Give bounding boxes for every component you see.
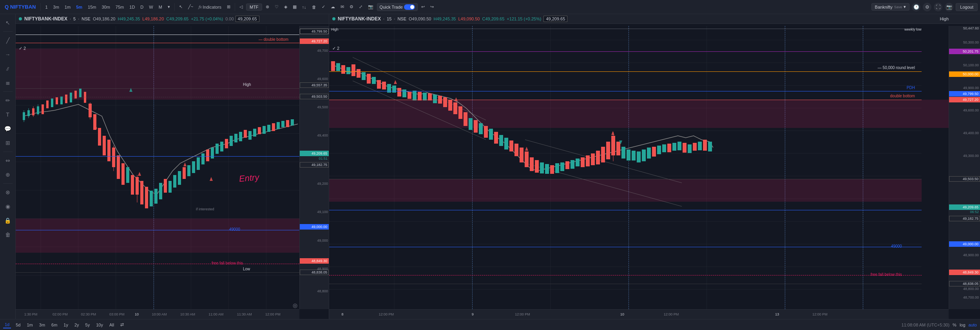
icon1[interactable]: ⊗: [264, 4, 271, 10]
p49503-box-2: 49,503.50: [949, 176, 980, 182]
chart-area-2[interactable]: weekly low High — 50,000 round level PDH…: [329, 26, 980, 309]
icon10[interactable]: ⚙: [348, 4, 355, 10]
layout-btn[interactable]: ⊞: [225, 4, 232, 10]
tf-d[interactable]: D: [138, 4, 145, 10]
mtf-btn[interactable]: MTF: [246, 4, 262, 11]
chart-area-1[interactable]: — double bottom High Low Entry if intere…: [16, 26, 329, 309]
clock-icon[interactable]: 🕐: [912, 3, 920, 11]
tf-75m[interactable]: 75m: [114, 4, 126, 10]
tf-more[interactable]: ▾: [166, 4, 172, 10]
time-10: 10: [135, 312, 139, 316]
tf-1m[interactable]: 1m: [63, 4, 72, 10]
compass-icon-1[interactable]: ◎: [293, 302, 297, 308]
fib-retracement-icon[interactable]: ≣: [2, 77, 14, 89]
icon12[interactable]: 📷: [366, 4, 375, 10]
svg-rect-25: [46, 100, 49, 108]
price-axis-1: 49,799.50 49,727.20 49,557.35 49,503.50 …: [299, 26, 329, 309]
trend-tool[interactable]: ╱~: [186, 4, 195, 10]
period-1d[interactable]: 1d: [3, 321, 11, 328]
chart-exchange-1: ·: [78, 16, 79, 21]
brush-icon[interactable]: ✏: [2, 94, 14, 107]
double-bottom-box-1: 49,727.20: [300, 38, 329, 44]
quick-trade-widget[interactable]: Quick Trade: [377, 3, 418, 11]
period-2y[interactable]: 2y: [73, 322, 81, 328]
magnet-icon[interactable]: ⊗: [2, 186, 14, 199]
period-5d[interactable]: 5d: [14, 322, 22, 328]
prev-btn[interactable]: ◁: [237, 4, 245, 10]
tf-1d[interactable]: 1D: [127, 4, 137, 10]
tf-w[interactable]: W: [147, 4, 155, 10]
p49400-box: 49,400.00: [949, 131, 980, 135]
svg-rect-154: [560, 162, 564, 171]
horizontal-ray-icon[interactable]: →: [2, 48, 14, 61]
icon11[interactable]: ⤢: [357, 4, 364, 10]
cursor-icon[interactable]: ↖: [2, 16, 14, 29]
p49600-box: 49,600.00: [949, 108, 980, 113]
cursor-tool[interactable]: ↖: [177, 4, 185, 10]
icon2[interactable]: ♡: [273, 4, 281, 10]
delete-drawings-icon[interactable]: 🗑: [2, 228, 14, 241]
ohlc-l-2: L49,090.50: [458, 16, 480, 21]
ohlc-change-2: +121.15 (+0.25%): [507, 16, 541, 21]
svg-rect-159: [586, 155, 590, 166]
callout-icon[interactable]: 💬: [2, 122, 14, 135]
sidebar-sep4: [3, 183, 13, 184]
pdh-line-1: [16, 35, 299, 35]
log-label[interactable]: log: [960, 323, 966, 327]
lock-drawings-icon[interactable]: 🔒: [2, 214, 14, 227]
low-box-2: 48,838.05: [949, 281, 980, 286]
chevron-down-icon[interactable]: ▾: [904, 4, 906, 9]
svg-rect-18: [27, 110, 30, 116]
svg-rect-147: [525, 151, 529, 167]
compare-icon[interactable]: ⇄: [119, 321, 125, 328]
icon8[interactable]: ☁: [329, 4, 337, 10]
icon6[interactable]: 🗑: [310, 4, 318, 10]
banknifty-widget[interactable]: Banknifty Save ▾: [871, 3, 910, 11]
svg-rect-172: [647, 148, 651, 159]
tf-3m[interactable]: 3m: [51, 4, 61, 10]
period-1y[interactable]: 1y: [62, 322, 70, 328]
trend-line-icon[interactable]: ╱: [2, 34, 14, 47]
period-5y[interactable]: 5y: [84, 322, 92, 328]
icon4[interactable]: ▦: [291, 4, 299, 10]
tf-30m[interactable]: 30m: [100, 4, 112, 10]
camera-icon[interactable]: 📷: [945, 3, 953, 11]
freefall-annotation-1: free fall below this: [212, 261, 243, 265]
svg-rect-52: [159, 183, 162, 199]
icon7[interactable]: ✓: [320, 4, 327, 10]
quick-trade-toggle[interactable]: [404, 4, 415, 10]
tf-m[interactable]: M: [157, 4, 164, 10]
icon3[interactable]: ◈: [282, 4, 289, 10]
auto-label[interactable]: auto: [969, 323, 977, 327]
tf-5m[interactable]: 5m: [74, 4, 84, 10]
svg-rect-182: [698, 142, 702, 150]
svg-rect-126: [418, 92, 422, 100]
redo-btn[interactable]: ↪: [428, 4, 436, 10]
tf-1[interactable]: 1: [43, 4, 49, 10]
measure-icon[interactable]: ⇔: [2, 154, 14, 167]
icon5[interactable]: ↑↓: [300, 4, 308, 10]
icon9[interactable]: ✉: [339, 4, 346, 10]
percent-label[interactable]: %: [953, 323, 956, 327]
svg-rect-175: [662, 144, 666, 152]
svg-rect-164: [611, 136, 615, 155]
logo[interactable]: Q NIFTYBAN: [2, 4, 38, 10]
svg-rect-48: [140, 181, 143, 204]
indicators-btn[interactable]: 𝑓𝑥 Indicators: [197, 4, 223, 10]
price-label-icon[interactable]: ⊞: [2, 137, 14, 149]
fullscreen-icon[interactable]: ⛶: [934, 3, 942, 11]
tf-15m[interactable]: 15m: [86, 4, 98, 10]
undo-btn[interactable]: ↩: [419, 4, 427, 10]
settings-icon[interactable]: ⚙: [923, 3, 931, 11]
period-all[interactable]: All: [108, 322, 116, 328]
channel-icon[interactable]: ⫽: [2, 62, 14, 75]
eye-visibility-icon[interactable]: ◉: [2, 200, 14, 213]
period-3m[interactable]: 3m: [38, 322, 47, 328]
period-10y[interactable]: 10y: [94, 322, 105, 328]
time-2-00: 02:00 PM: [53, 312, 68, 316]
zoom-icon[interactable]: ⊕: [2, 168, 14, 181]
text-tool-icon[interactable]: T: [2, 108, 14, 121]
period-6m[interactable]: 6m: [50, 322, 59, 328]
period-1m[interactable]: 1m: [25, 322, 34, 328]
logout-button[interactable]: Logout: [956, 3, 978, 11]
